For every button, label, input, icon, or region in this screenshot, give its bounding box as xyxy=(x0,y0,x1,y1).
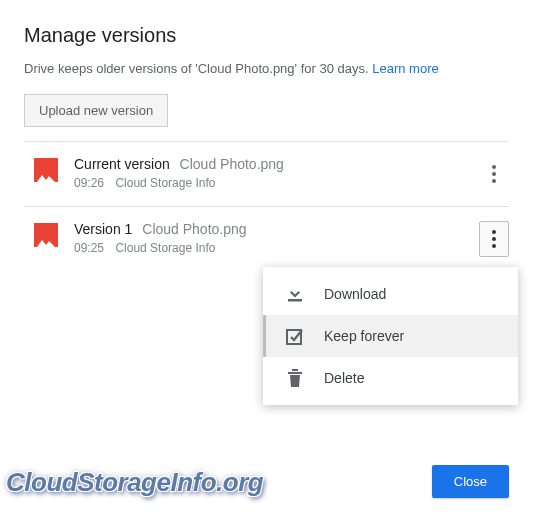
menu-item-keep-forever[interactable]: Keep forever xyxy=(263,315,518,357)
svg-rect-8 xyxy=(288,299,302,302)
manage-versions-dialog: Manage versions Drive keeps older versio… xyxy=(0,0,533,271)
download-icon xyxy=(284,283,306,305)
version-filename: Cloud Photo.png xyxy=(142,221,246,237)
svg-rect-10 xyxy=(288,372,302,374)
more-options-button[interactable] xyxy=(479,156,509,192)
version-info: Current version Cloud Photo.png 09:26 Cl… xyxy=(74,156,479,190)
dialog-title: Manage versions xyxy=(24,24,509,47)
svg-point-2 xyxy=(492,172,496,176)
svg-marker-0 xyxy=(37,175,55,182)
dialog-footer: CloudStorageInfo.org Close xyxy=(0,465,533,498)
image-file-icon xyxy=(34,223,58,247)
close-button[interactable]: Close xyxy=(432,465,509,498)
version-row: Current version Cloud Photo.png 09:26 Cl… xyxy=(24,142,509,206)
learn-more-link[interactable]: Learn more xyxy=(372,61,438,76)
version-time: 09:26 xyxy=(74,176,104,190)
svg-point-3 xyxy=(492,179,496,183)
version-filename: Cloud Photo.png xyxy=(180,156,284,172)
svg-point-7 xyxy=(492,244,496,248)
upload-new-version-button[interactable]: Upload new version xyxy=(24,94,168,127)
watermark-logo: CloudStorageInfo.org xyxy=(6,467,263,498)
version-name: Version 1 xyxy=(74,221,132,237)
svg-point-6 xyxy=(492,237,496,241)
svg-point-5 xyxy=(492,230,496,234)
description-text: Drive keeps older versions of 'Cloud Pho… xyxy=(24,61,372,76)
menu-label: Keep forever xyxy=(324,328,404,344)
version-author: Cloud Storage Info xyxy=(115,176,215,190)
more-options-button[interactable] xyxy=(479,221,509,257)
version-row: Version 1 Cloud Photo.png 09:25 Cloud St… xyxy=(24,207,509,271)
version-author: Cloud Storage Info xyxy=(115,241,215,255)
menu-label: Download xyxy=(324,286,386,302)
trash-icon xyxy=(284,367,306,389)
context-menu: Download Keep forever Delete xyxy=(263,267,518,405)
svg-rect-9 xyxy=(287,330,301,344)
image-file-icon xyxy=(34,158,58,182)
vertical-dots-icon xyxy=(492,165,496,183)
version-name: Current version xyxy=(74,156,170,172)
version-info: Version 1 Cloud Photo.png 09:25 Cloud St… xyxy=(74,221,479,255)
menu-item-delete[interactable]: Delete xyxy=(263,357,518,399)
svg-point-1 xyxy=(492,165,496,169)
menu-item-download[interactable]: Download xyxy=(263,273,518,315)
menu-label: Delete xyxy=(324,370,364,386)
svg-marker-4 xyxy=(37,240,55,247)
dialog-description: Drive keeps older versions of 'Cloud Pho… xyxy=(24,61,509,76)
version-time: 09:25 xyxy=(74,241,104,255)
keep-forever-icon xyxy=(284,325,306,347)
svg-rect-11 xyxy=(292,369,298,371)
vertical-dots-icon xyxy=(492,230,496,248)
